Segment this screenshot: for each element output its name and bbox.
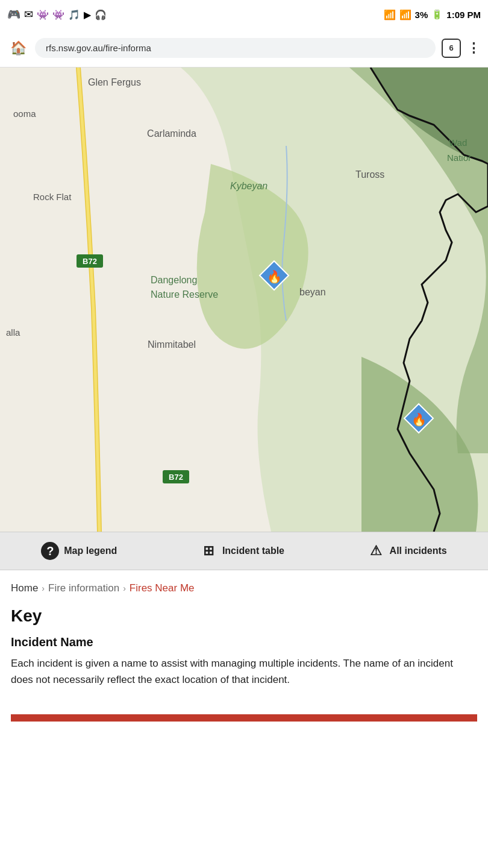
incident-name-heading: Incident Name (11, 635, 477, 649)
breadcrumb-sep-1: › (42, 583, 45, 593)
incident-table-icon: ⊞ (199, 542, 217, 560)
svg-text:Rock Flat: Rock Flat (33, 192, 72, 202)
icon-game: 🎮 (7, 8, 20, 21)
incident-table-label: Incident table (222, 546, 284, 556)
svg-text:Dangelong: Dangelong (151, 275, 197, 285)
icon-music: 🎵 (68, 9, 80, 20)
svg-text:beyan: beyan (299, 287, 326, 297)
tab-count-badge[interactable]: 6 (442, 39, 461, 58)
svg-text:Carlaminda: Carlaminda (147, 128, 196, 139)
svg-text:Wad: Wad (449, 137, 467, 148)
status-bar: 🎮 ✉ 👾 👾 🎵 ▶ 🎧 📶 📶 3% 🔋 1:09 PM (0, 0, 488, 29)
icon-play: ▶ (84, 9, 91, 20)
breadcrumb-fires-near-me[interactable]: Fires Near Me (130, 582, 195, 594)
key-heading: Key (11, 606, 477, 626)
map-legend-icon: ? (41, 542, 59, 560)
svg-text:Tuross: Tuross (355, 169, 384, 180)
all-incidents-button[interactable]: ⚠ All incidents (367, 542, 447, 560)
all-incidents-label: All incidents (390, 546, 447, 556)
icon-discord: 👾 (37, 9, 49, 20)
more-menu-button[interactable]: ⋮ (467, 40, 481, 56)
svg-text:🔥: 🔥 (267, 269, 282, 284)
incident-table-button[interactable]: ⊞ Incident table (199, 542, 284, 560)
content-area: Key Incident Name Each incident is given… (0, 600, 488, 714)
svg-text:alla: alla (6, 327, 20, 338)
all-incidents-icon: ⚠ (367, 542, 385, 560)
home-button[interactable]: 🏠 (7, 37, 29, 59)
status-icons-right: 📶 📶 3% 🔋 1:09 PM (384, 9, 481, 20)
status-icons-left: 🎮 ✉ 👾 👾 🎵 ▶ 🎧 (7, 8, 107, 21)
red-bar (11, 714, 477, 722)
clock: 1:09 PM (446, 10, 481, 20)
url-input[interactable] (35, 38, 436, 58)
breadcrumb-fire-information[interactable]: Fire information (48, 582, 119, 594)
battery-percent: 3% (415, 10, 428, 20)
breadcrumb-home[interactable]: Home (11, 582, 38, 594)
svg-text:Nature Reserve: Nature Reserve (151, 289, 218, 300)
wifi-icon: 📶 (384, 9, 396, 20)
map-container[interactable]: B72 B72 Glen Fergus ooma Carlaminda Wad … (0, 68, 488, 532)
svg-text:Natior: Natior (447, 153, 471, 163)
bottom-toolbar: ? Map legend ⊞ Incident table ⚠ All inci… (0, 532, 488, 570)
svg-text:B72: B72 (169, 473, 183, 482)
svg-text:Nimmitabel: Nimmitabel (148, 339, 196, 350)
battery-icon: 🔋 (431, 9, 443, 20)
map-svg: B72 B72 Glen Fergus ooma Carlaminda Wad … (0, 68, 488, 532)
icon-media: 👾 (52, 9, 64, 20)
map-legend-button[interactable]: ? Map legend (41, 542, 117, 560)
map-legend-label: Map legend (64, 546, 117, 556)
svg-text:Glen Fergus: Glen Fergus (88, 77, 141, 87)
svg-text:B72: B72 (83, 257, 97, 266)
signal-icon: 📶 (399, 9, 411, 20)
svg-text:ooma: ooma (13, 108, 36, 119)
svg-text:Kybeyan: Kybeyan (230, 181, 267, 191)
breadcrumb-sep-2: › (123, 583, 126, 593)
icon-mail: ✉ (24, 8, 33, 21)
breadcrumb: Home › Fire information › Fires Near Me (0, 570, 488, 600)
icon-headphone: 🎧 (95, 9, 107, 20)
browser-bar: 🏠 6 ⋮ (0, 29, 488, 68)
svg-text:🔥: 🔥 (411, 412, 427, 427)
incident-description: Each incident is given a name to assist … (11, 655, 477, 688)
